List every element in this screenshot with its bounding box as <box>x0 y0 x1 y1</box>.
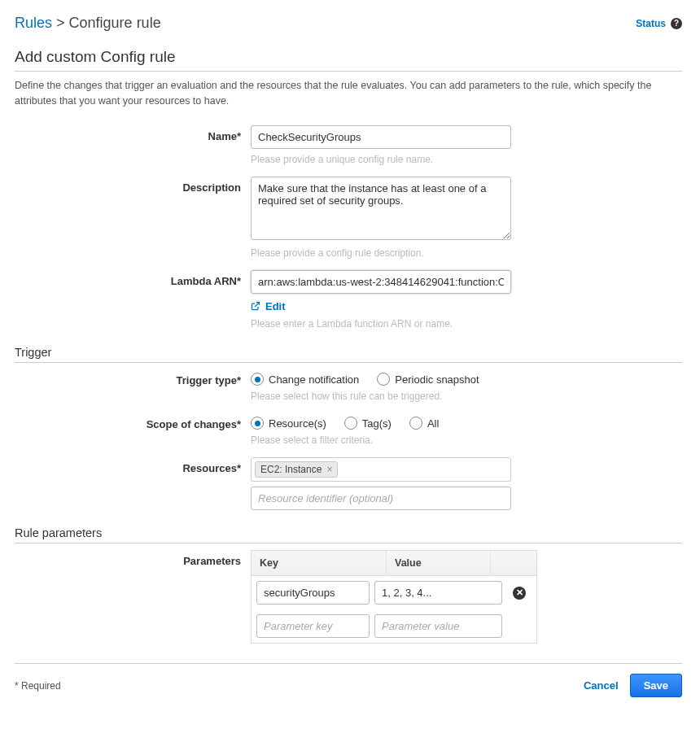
radio-label: Periodic snapshot <box>395 373 479 386</box>
resource-chip-label: EC2: Instance <box>260 464 322 475</box>
parameter-key-input[interactable] <box>256 614 370 638</box>
trigger-type-periodic-radio[interactable]: Periodic snapshot <box>377 373 479 386</box>
breadcrumb-sep: > <box>56 15 65 31</box>
description-textarea[interactable]: Make sure that the instance has at least… <box>251 177 511 240</box>
trigger-type-hint: Please select how this rule can be trigg… <box>251 391 682 402</box>
name-hint: Please provide a unique config rule name… <box>251 154 511 165</box>
external-link-icon <box>251 301 260 311</box>
resource-chip: EC2: Instance × <box>255 461 338 478</box>
description-hint: Please provide a config rule description… <box>251 247 511 259</box>
required-note: * Required <box>15 680 61 692</box>
resources-tag-input[interactable]: EC2: Instance × <box>251 457 511 482</box>
radio-label: Change notification <box>269 373 359 386</box>
remove-parameter-icon[interactable]: ✕ <box>513 587 526 600</box>
edit-lambda-label: Edit <box>265 300 286 312</box>
save-button[interactable]: Save <box>630 674 682 697</box>
edit-lambda-link[interactable]: Edit <box>251 300 286 312</box>
radio-icon <box>409 417 422 430</box>
breadcrumb-root-link[interactable]: Rules <box>15 15 52 31</box>
parameters-section-heading: Rule parameters <box>15 526 682 539</box>
breadcrumb: Rules > Configure rule <box>15 15 161 32</box>
scope-resources-radio[interactable]: Resource(s) <box>251 417 326 430</box>
trigger-section-heading: Trigger <box>15 346 682 359</box>
parameters-col-key: Key <box>252 551 387 575</box>
name-label: Name <box>208 130 237 142</box>
resources-label: Resources <box>182 462 236 474</box>
parameters-table-header: Key Value <box>252 551 536 576</box>
help-icon[interactable]: ? <box>671 18 682 29</box>
radio-label: Resource(s) <box>269 417 326 430</box>
lambda-arn-hint: Please enter a Lambda function ARN or na… <box>251 318 511 330</box>
radio-label: All <box>427 417 439 430</box>
parameters-table: Key Value ✕ <box>251 550 537 644</box>
status-link[interactable]: Status <box>636 18 666 29</box>
table-row: ✕ <box>252 576 536 609</box>
trigger-type-label: Trigger type <box>177 374 237 386</box>
radio-icon <box>251 417 264 430</box>
name-input[interactable] <box>251 125 511 149</box>
parameters-label: Parameters <box>183 555 241 567</box>
table-row <box>252 609 536 643</box>
intro-text: Define the changes that trigger an evalu… <box>15 78 682 109</box>
scope-hint: Please select a filter criteria. <box>251 434 682 446</box>
scope-tags-radio[interactable]: Tag(s) <box>344 417 392 430</box>
lambda-arn-input[interactable] <box>251 270 511 294</box>
parameter-value-input[interactable] <box>374 581 502 605</box>
breadcrumb-current: Configure rule <box>69 15 161 31</box>
trigger-type-change-radio[interactable]: Change notification <box>251 373 359 386</box>
lambda-arn-label: Lambda ARN <box>171 275 237 287</box>
parameter-value-input[interactable] <box>374 614 502 638</box>
radio-icon <box>344 417 357 430</box>
description-label: Description <box>182 181 241 194</box>
cancel-button[interactable]: Cancel <box>584 679 619 692</box>
scope-label: Scope of changes <box>147 418 237 430</box>
remove-chip-icon[interactable]: × <box>326 464 332 475</box>
page-title: Add custom Config rule <box>15 48 682 66</box>
radio-icon <box>377 373 390 386</box>
resource-identifier-input[interactable] <box>251 487 511 510</box>
radio-icon <box>251 373 264 386</box>
radio-label: Tag(s) <box>362 417 392 430</box>
parameters-col-value: Value <box>387 551 491 575</box>
scope-all-radio[interactable]: All <box>409 417 439 430</box>
parameter-key-input[interactable] <box>256 581 370 605</box>
